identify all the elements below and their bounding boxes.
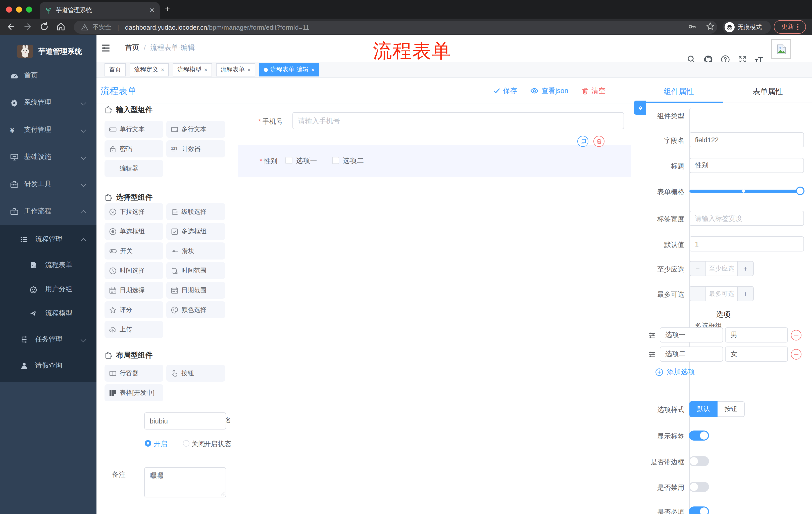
sidebar-item-process-mgmt[interactable]: 流程管理 [0,227,96,252]
status-on-radio[interactable] [145,440,151,447]
palette-item-cascader[interactable]: 级联选择 [166,203,225,220]
new-tab-button[interactable]: + [165,4,170,15]
palette-item-radio-group[interactable]: 单选框组 [105,223,163,240]
increment-button[interactable]: + [737,262,753,276]
slider-handle[interactable] [796,187,805,195]
tag-process-form[interactable]: 流程表单× [216,63,255,76]
reload-icon[interactable] [39,21,50,32]
collapse-sidebar-icon[interactable] [100,43,111,53]
view-json-button[interactable]: 查看json [530,86,568,95]
palette-item-button[interactable]: 按钮 [166,364,225,382]
bookmark-star-icon[interactable] [705,22,715,31]
security-label[interactable]: 不安全 [92,23,111,31]
sidebar-item-task-mgmt[interactable]: 任务管理 [0,327,96,352]
sidebar-item-home[interactable]: 首页 [0,62,96,89]
palette-item-slider[interactable]: 滑块 [166,242,225,260]
status-off-radio[interactable] [183,440,190,447]
option1-label-input[interactable] [660,327,723,343]
sidebar-item-process-model[interactable]: 流程模型 [0,301,96,326]
tag-process-form-edit[interactable]: 流程表单-编辑× [259,63,319,76]
palette-item-date-range[interactable]: 日期范围 [166,282,225,299]
increment-button[interactable]: + [737,287,753,301]
palette-item-switch[interactable]: 开关 [105,242,163,260]
label-width-input[interactable] [689,211,804,226]
close-icon[interactable]: × [161,66,164,73]
title-input[interactable] [689,158,804,173]
max-count-input[interactable] [706,287,737,301]
style-button-button[interactable]: 按钮 [718,401,745,417]
palette-item-upload[interactable]: 上传 [105,321,163,338]
palette-item-row-container[interactable]: 行容器 [105,364,163,382]
resize-handle-icon[interactable] [221,491,225,496]
min-count-input[interactable] [706,262,737,276]
palette-item-rate[interactable]: 评分 [105,301,163,318]
palette-item-table-dev[interactable]: 表格[开发中] [105,384,163,401]
sidebar-item-user-group[interactable]: 用户分组 [0,277,96,302]
grid-slider[interactable] [689,190,805,193]
close-icon[interactable]: × [311,66,315,73]
gender-option2-label[interactable]: 选项二 [343,156,364,165]
palette-item-editor[interactable]: 编辑器 [105,160,163,177]
traffic-close-button[interactable] [6,6,12,12]
tab-form-props[interactable]: 表单属性 [753,87,783,97]
palette-item-date-picker[interactable]: 日期选择 [105,282,163,299]
password-key-icon[interactable] [687,22,696,31]
drag-handle-icon[interactable] [648,350,656,359]
phone-input[interactable] [292,112,624,129]
disabled-switch[interactable] [689,482,709,492]
palette-item-single-text[interactable]: 单行文本 [105,121,163,138]
show-label-switch[interactable] [689,431,709,440]
sidebar-logo[interactable]: 芋道管理系统 [0,40,96,62]
save-button[interactable]: 保存 [493,86,517,95]
copy-field-button[interactable] [577,136,588,147]
close-icon[interactable]: × [247,66,251,73]
tag-process-model[interactable]: 流程模型× [173,63,212,76]
selected-field-gender[interactable]: *性别 选项一 选项二 [238,145,631,177]
close-icon[interactable]: × [204,66,207,73]
palette-item-counter[interactable]: 123 计数器 [166,140,225,157]
palette-item-checkbox-group[interactable]: 多选框组 [166,223,225,240]
status-on-label[interactable]: 开启 [154,439,167,449]
palette-item-time-range[interactable]: 时间范围 [166,262,225,279]
sidebar-item-dev[interactable]: 研发工具 [0,170,96,198]
back-icon[interactable] [5,21,17,32]
traffic-minimize-button[interactable] [16,6,22,12]
avatar-broken-image[interactable] [771,39,791,59]
status-off-label[interactable]: 关闭 [192,439,205,449]
default-value-input[interactable] [689,236,804,251]
palette-item-select[interactable]: 下拉选择 [105,203,163,220]
browser-update-button[interactable]: 更新 [774,20,806,34]
gender-option1-checkbox[interactable] [285,157,292,164]
sidebar-item-leave-query[interactable]: 请假查询 [0,353,96,378]
sidebar-item-workflow[interactable]: 工作流程 [0,198,96,225]
option2-label-input[interactable] [660,347,723,361]
sidebar-item-pay[interactable]: ¥ 支付管理 [0,116,96,143]
clear-button[interactable]: 清空 [581,86,606,95]
tab-close-icon[interactable]: ✕ [149,7,155,13]
sidebar-item-process-form[interactable]: 流程表单 [0,252,96,278]
remove-option2-button[interactable] [791,349,802,360]
forward-icon[interactable] [22,21,33,32]
option1-value-input[interactable] [725,327,788,343]
form-name-input[interactable] [144,412,226,430]
tab-component-props[interactable]: 组件属性 [664,87,694,97]
remark-textarea[interactable]: 嘿嘿 [144,467,226,497]
browser-tab[interactable]: 芋道管理系统 ✕ [40,2,160,19]
sidebar-item-infra[interactable]: 基础设施 [0,143,96,170]
sidebar-item-system[interactable]: 系统管理 [0,89,96,116]
gender-option2-checkbox[interactable] [332,157,339,164]
remove-option1-button[interactable] [791,330,802,341]
option2-value-input[interactable] [725,347,788,361]
palette-item-textarea[interactable]: 多行文本 [166,121,225,138]
palette-item-password[interactable]: 密码 [105,140,163,157]
with-border-switch[interactable] [689,456,709,466]
decrement-button[interactable]: − [690,287,706,301]
drag-handle-icon[interactable] [648,331,656,340]
palette-item-color-picker[interactable]: 颜色选择 [166,301,225,318]
address-bar[interactable]: 不安全 | dashboard.yudao.iocoder.cn/bpm/man… [74,21,717,34]
decrement-button[interactable]: − [690,262,706,276]
traffic-zoom-button[interactable] [26,6,32,12]
breadcrumb-home[interactable]: 首页 [125,43,139,52]
field-name-input[interactable] [689,132,804,147]
tag-process-definition[interactable]: 流程定义× [129,63,169,76]
